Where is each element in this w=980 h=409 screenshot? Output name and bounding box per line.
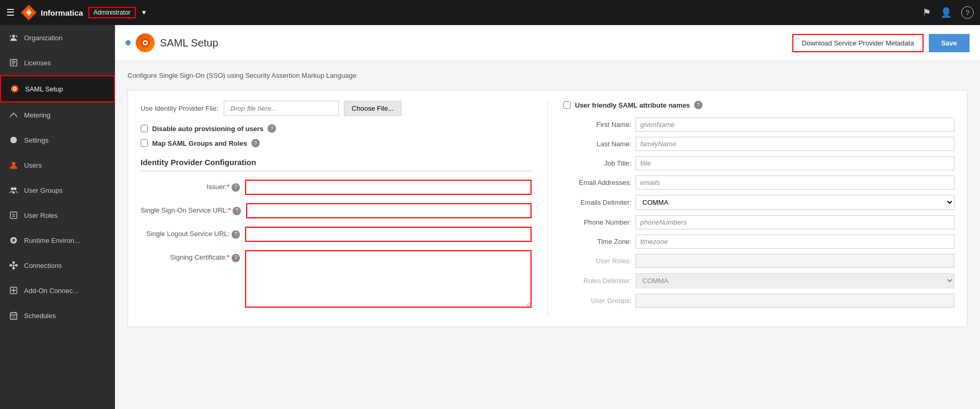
timezone-row: Time Zone: (563, 235, 954, 249)
job-title-label: Job Title: (563, 159, 631, 167)
last-name-row: Last Name: (563, 137, 954, 151)
sidebar-item-schedules[interactable]: 31 Schedules (0, 303, 115, 328)
svg-point-16 (14, 188, 16, 190)
sso-url-help-icon[interactable]: ? (233, 207, 241, 215)
svg-text:31: 31 (12, 315, 15, 319)
logo-icon (20, 4, 38, 21)
issuer-help-icon[interactable]: ? (232, 183, 240, 192)
sidebar-label-licenses: Licenses (24, 59, 51, 67)
logo-container: Informatica (20, 4, 83, 21)
sidebar-item-connections[interactable]: Connections (0, 253, 115, 278)
user-roles-row: User Roles: (563, 254, 954, 268)
disable-auto-provision-checkbox[interactable] (141, 125, 148, 132)
sidebar-item-metering[interactable]: Metering (0, 102, 115, 127)
download-metadata-button[interactable]: Download Service Provider Metadata (792, 34, 924, 52)
roles-delimiter-select[interactable]: COMMA SEMICOLON PIPE SPACE (636, 273, 954, 288)
svg-rect-17 (10, 212, 17, 219)
svg-line-4 (10, 36, 11, 38)
hamburger-menu-icon[interactable]: ☰ (6, 7, 15, 18)
licenses-icon (8, 57, 19, 68)
sidebar-label-add-on-connec: Add-On Connec... (24, 287, 78, 295)
sso-url-input[interactable] (246, 203, 532, 218)
signing-cert-textarea[interactable] (245, 250, 532, 308)
idp-config-title: Identity Provider Configuration (141, 158, 532, 171)
disable-auto-help-icon[interactable]: ? (268, 124, 276, 133)
sidebar-label-schedules: Schedules (24, 312, 56, 320)
phone-label: Phone Number: (563, 218, 631, 226)
saml-attr-checkbox[interactable] (563, 101, 571, 109)
sidebar-item-users[interactable]: Users (0, 153, 115, 178)
page-subtitle: Configure Single Sign-On (SSO) using Sec… (128, 72, 967, 79)
map-saml-help-icon[interactable]: ? (251, 139, 260, 147)
sidebar-item-add-on-connec[interactable]: Add-On Connec... (0, 278, 115, 303)
svg-point-12 (14, 88, 16, 90)
sidebar-item-settings[interactable]: Settings (0, 127, 115, 153)
saml-attr-title: User friendly SAML attribute names (575, 101, 690, 109)
svg-point-24 (10, 264, 12, 266)
logo-text: Informatica (41, 8, 83, 17)
saml-attr-help-icon[interactable]: ? (694, 101, 702, 109)
signing-cert-help-icon[interactable]: ? (232, 254, 240, 262)
svg-point-25 (16, 264, 18, 266)
svg-point-3 (12, 35, 15, 38)
right-column: User friendly SAML attribute names ? Fir… (547, 101, 954, 316)
signing-cert-row: Signing Certificate:* ? (141, 250, 532, 308)
admin-dropdown-icon[interactable]: ▼ (141, 9, 147, 16)
flag-icon[interactable]: ⚑ (923, 7, 931, 18)
last-name-input[interactable] (636, 137, 954, 151)
admin-badge[interactable]: Administrator (88, 7, 136, 18)
job-title-input[interactable] (636, 156, 954, 170)
user-profile-icon[interactable]: 👤 (940, 7, 952, 18)
metering-icon (8, 110, 19, 120)
page-title: SAML Setup (160, 37, 218, 49)
saml-attr-header: User friendly SAML attribute names ? (563, 101, 954, 109)
svg-point-14 (11, 162, 15, 166)
sidebar-label-runtime-environ: Runtime Environ... (24, 237, 80, 244)
sidebar-item-organization[interactable]: Organization (0, 25, 115, 50)
saml-header-icon (136, 33, 155, 52)
email-row: Email Addresses: (563, 176, 954, 190)
saml-setup-icon (9, 84, 20, 94)
svg-point-27 (13, 262, 15, 264)
sidebar-label-connections: Connections (24, 262, 62, 270)
disable-auto-provision-label: Disable auto provisioning of users (152, 125, 263, 133)
user-groups-icon (8, 185, 19, 195)
sidebar-item-saml-setup[interactable]: SAML Setup (0, 75, 115, 102)
sidebar-label-users: Users (24, 161, 42, 169)
sidebar-item-licenses[interactable]: Licenses (0, 50, 115, 75)
roles-delimiter-row: Roles Delimiter: COMMA SEMICOLON PIPE SP… (563, 273, 954, 288)
two-col-layout: Use Identity Provider File: Choose File.… (141, 101, 954, 316)
choose-file-button[interactable]: Choose File... (344, 101, 401, 116)
email-delimiter-row: Emails Delimiter: COMMA SEMICOLON PIPE S… (563, 195, 954, 210)
map-saml-groups-checkbox[interactable] (141, 139, 148, 147)
disable-auto-provision-row: Disable auto provisioning of users ? (141, 124, 532, 133)
issuer-input[interactable] (245, 180, 532, 195)
drop-file-input[interactable] (224, 101, 339, 116)
first-name-label: First Name: (563, 121, 631, 128)
sidebar-item-runtime-environ[interactable]: Runtime Environ... (0, 228, 115, 253)
help-icon[interactable]: ? (961, 6, 974, 19)
sidebar-item-user-roles[interactable]: User Roles (0, 203, 115, 228)
slo-url-help-icon[interactable]: ? (232, 230, 240, 239)
blue-dot (125, 40, 131, 45)
user-groups-input[interactable] (636, 294, 954, 308)
email-delimiter-select[interactable]: COMMA SEMICOLON PIPE SPACE (636, 195, 954, 210)
content-body: Configure Single Sign-On (SSO) using Sec… (115, 61, 980, 409)
connections-icon (8, 260, 19, 271)
email-input[interactable] (636, 176, 954, 190)
svg-point-28 (13, 267, 15, 270)
first-name-input[interactable] (636, 118, 954, 132)
svg-point-22 (13, 240, 15, 241)
slo-url-input[interactable] (245, 227, 532, 242)
sidebar: Organization Licenses SAML Setup Meterin… (0, 25, 115, 409)
sidebar-item-user-groups[interactable]: User Groups (0, 178, 115, 203)
user-roles-input[interactable] (636, 254, 954, 268)
roles-delimiter-label: Roles Delimiter: (563, 277, 631, 285)
timezone-input[interactable] (636, 235, 954, 249)
job-title-row: Job Title: (563, 156, 954, 170)
top-navigation: ☰ Informatica Administrator ▼ ⚑ 👤 ? (0, 0, 980, 25)
phone-row: Phone Number: (563, 215, 954, 229)
phone-input[interactable] (636, 215, 954, 229)
save-button[interactable]: Save (929, 34, 970, 52)
svg-point-37 (144, 42, 147, 44)
